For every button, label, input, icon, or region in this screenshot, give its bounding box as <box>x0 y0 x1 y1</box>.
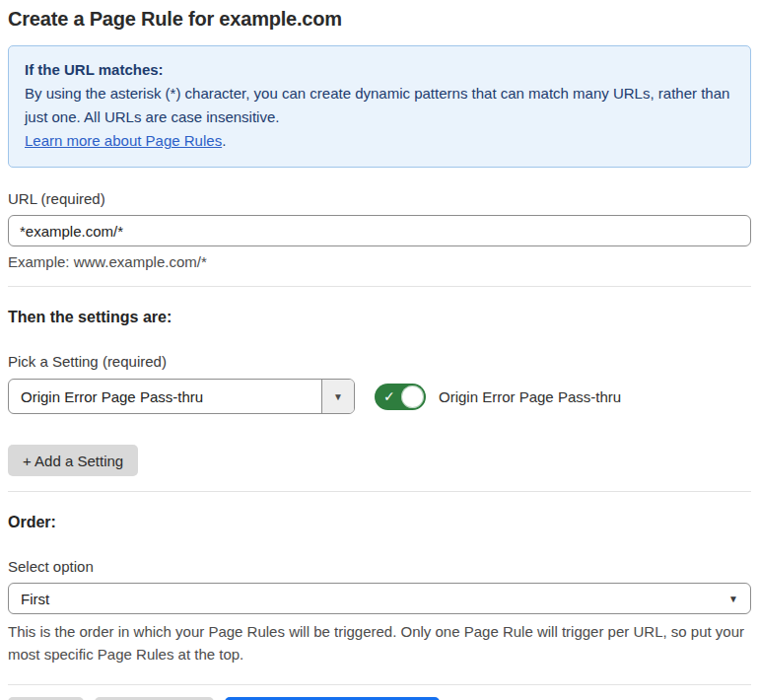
divider <box>8 491 751 492</box>
chevron-down-icon: ▼ <box>333 391 343 402</box>
link-period: . <box>222 132 226 149</box>
page-title: Create a Page Rule for example.com <box>8 8 751 31</box>
setting-select-arrow-button[interactable]: ▼ <box>321 380 354 413</box>
setting-select-value: Origin Error Page Pass-thru <box>9 380 321 413</box>
order-select[interactable]: First ▼ <box>8 583 751 614</box>
setting-select[interactable]: Origin Error Page Pass-thru ▼ <box>8 379 355 414</box>
check-icon: ✓ <box>383 389 395 403</box>
order-description: This is the order in which your Page Rul… <box>8 620 751 665</box>
chevron-down-icon: ▼ <box>728 594 738 604</box>
page-rule-form: Create a Page Rule for example.com If th… <box>0 8 759 700</box>
url-example-helper: Example: www.example.com/* <box>8 253 751 270</box>
order-select-value: First <box>21 591 728 607</box>
setting-row: Origin Error Page Pass-thru ▼ ✓ Origin E… <box>8 379 751 414</box>
pick-setting-label: Pick a Setting (required) <box>8 353 751 370</box>
order-section-heading: Order: <box>8 514 751 531</box>
toggle-knob <box>401 385 424 408</box>
order-select-label: Select option <box>8 558 751 575</box>
url-match-info-callout: If the URL matches: By using the asteris… <box>8 45 751 168</box>
info-heading: If the URL matches: <box>25 58 734 82</box>
url-input[interactable] <box>8 215 751 246</box>
settings-section-heading: Then the settings are: <box>8 309 751 326</box>
learn-more-link[interactable]: Learn more about Page Rules <box>25 132 222 149</box>
add-setting-button[interactable]: + Add a Setting <box>8 445 138 476</box>
info-body-text: By using the asterisk (*) character, you… <box>25 82 734 129</box>
setting-toggle[interactable]: ✓ <box>375 384 426 410</box>
divider <box>8 684 751 685</box>
divider <box>8 286 751 287</box>
info-link-line: Learn more about Page Rules. <box>25 129 734 153</box>
url-field-label: URL (required) <box>8 190 751 207</box>
setting-toggle-label: Origin Error Page Pass-thru <box>439 388 621 405</box>
